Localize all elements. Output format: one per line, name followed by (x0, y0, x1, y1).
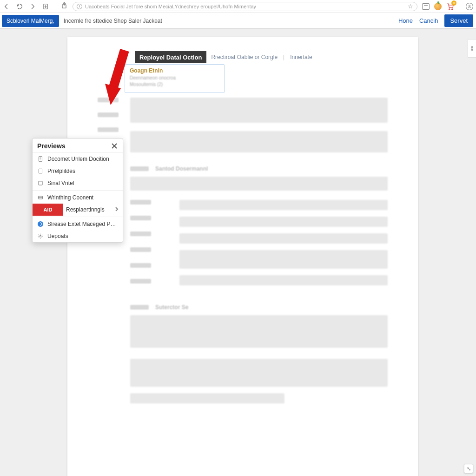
popup-title: Previews (37, 142, 66, 150)
previews-popup: Previews Docomet Unlem Docition Prrelpli… (32, 138, 123, 243)
share-icon[interactable] (60, 2, 68, 11)
work-area: ⟪ Reployel Datal Oction Rrectiroat Oabli… (0, 29, 476, 476)
document-icon (37, 156, 44, 162)
resize-handle-icon[interactable]: ⤡ (464, 464, 473, 473)
popup-item-writing[interactable]: Wrinthing Coonent (33, 192, 123, 204)
browser-right-icons: 0 (422, 2, 473, 11)
popup-separator (33, 217, 123, 217)
address-bar[interactable]: i Uacobeats Focial Jet fore shom Mecial,… (73, 2, 417, 11)
svg-point-2 (449, 8, 450, 9)
info-card-line2: Mosouitemis (2) (130, 82, 219, 87)
updates-icon (37, 233, 44, 239)
square-icon (37, 180, 44, 186)
forward-icon[interactable] (29, 3, 36, 10)
tab-second[interactable]: Rrectiroat Oablie or Corgle (206, 51, 282, 63)
tab-separator: | (282, 51, 285, 63)
popup-separator (33, 190, 123, 191)
download-icon[interactable] (42, 3, 49, 10)
doc-tab-strip: Reployel Datal Oction Rrectiroat Oablie … (135, 51, 317, 63)
popup-item-label: Wrinthing Coonent (47, 194, 93, 201)
blue-dot-icon (37, 221, 44, 227)
popup-list: Docomet Unlem Docition Prrelplitdes Sina… (33, 152, 123, 242)
popup-item-label: Slrease Extet Maceged Po… (47, 221, 117, 227)
popup-item-label: Uepoats (47, 233, 68, 239)
popup-item-label: Prrelplitdes (47, 168, 75, 174)
header-actions: Hone Cancih Servet (398, 14, 476, 27)
popup-item-document[interactable]: Docomet Unlem Docition (33, 153, 123, 165)
chevron-right-icon (114, 206, 119, 213)
popup-item-label: Sinal Vntel (47, 180, 74, 186)
cart-icon[interactable]: 0 (446, 2, 455, 11)
svg-point-4 (469, 5, 470, 7)
browser-toolbar: i Uacobeats Focial Jet fore shom Mecial,… (0, 0, 476, 13)
info-checkbox[interactable] (119, 68, 123, 73)
section-heading-1: Santod Dosermannl (155, 165, 208, 172)
site-info-icon[interactable]: i (77, 4, 82, 9)
svg-rect-11 (39, 169, 42, 173)
svg-rect-13 (38, 196, 42, 199)
brand-chip[interactable]: Scbloverl MalMerg, (2, 15, 59, 27)
info-card-title: Goagn Etnin (130, 67, 219, 74)
card-icon (37, 194, 44, 201)
breadcrumb: Incernle fre sttedice Shep Saler Jackeat (64, 18, 162, 24)
cart-badge: 0 (451, 0, 456, 6)
side-panel-toggle[interactable]: ⟪ (468, 39, 476, 58)
home-link[interactable]: Hone (398, 17, 413, 24)
reload-icon[interactable] (16, 3, 23, 10)
svg-rect-12 (39, 181, 42, 185)
back-icon[interactable] (3, 3, 10, 10)
close-icon[interactable] (111, 142, 118, 150)
tab-third[interactable]: Innertate (285, 51, 317, 63)
popup-item-updates[interactable]: Uepoats (33, 230, 123, 242)
app-header: Scbloverl MalMerg, Incernle fre sttedice… (0, 13, 476, 29)
url-text: Uacobeats Focial Jet fore shom Mecial,Yd… (85, 4, 405, 9)
document-page: Reployel Datal Oction Rrectiroat Oablie … (67, 37, 418, 476)
popup-item-stress[interactable]: Slrease Extet Maceged Po… (33, 218, 123, 230)
popup-item-aid[interactable]: AID Resplaertinngis (33, 204, 123, 216)
account-icon[interactable] (466, 3, 473, 10)
section-heading-2: Suterctor Se (155, 304, 188, 311)
popup-item-prel[interactable]: Prrelplitdes (33, 165, 123, 177)
save-button[interactable]: Servet (444, 14, 473, 27)
nav-button-group (3, 3, 49, 10)
tab-active[interactable]: Reployel Datal Oction (135, 51, 206, 63)
page-icon (37, 168, 44, 174)
document-content: Reployel Datal Oction Rrectiroat Oablie … (98, 51, 388, 474)
popup-item-sinal[interactable]: Sinal Vntel (33, 177, 123, 189)
info-card-line1: Deennameon onocroa (130, 75, 219, 80)
extension-fruit-icon[interactable] (434, 3, 442, 10)
aid-highlight-tab: AID (33, 204, 63, 216)
popup-item-label: Resplaertinngis (66, 206, 105, 213)
reader-icon[interactable] (422, 3, 430, 10)
info-card[interactable]: Goagn Etnin Deennameon onocroa Mosouitem… (125, 64, 225, 93)
popup-item-label: Docomet Unlem Docition (47, 156, 109, 162)
svg-point-3 (452, 8, 453, 9)
bookmark-star-icon[interactable]: ☆ (408, 3, 413, 10)
cancel-link[interactable]: Cancih (419, 17, 438, 24)
svg-point-15 (40, 235, 41, 237)
